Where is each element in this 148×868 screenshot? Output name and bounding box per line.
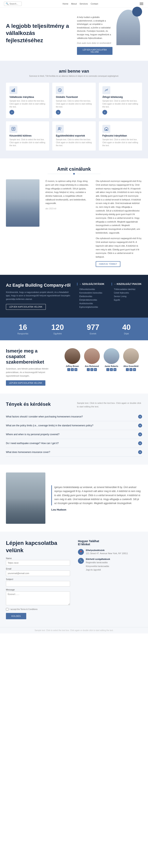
nav-hamburger-icon[interactable] [139, 2, 144, 6]
faq-subtitle: Sample text. Click to select the text bo… [77, 401, 142, 408]
faq-toggle-5[interactable]: + [138, 450, 142, 454]
faq-toggle-3[interactable]: + [138, 432, 142, 436]
card-5-icon [56, 125, 64, 133]
faq-item-4[interactable]: Do I need earthquake coverage? How can I… [6, 439, 142, 448]
eagle-body: Körülmeniük, hogy a nagyszabású projekt … [6, 290, 71, 301]
form-submit-button[interactable]: KÜLDÉS [6, 613, 26, 619]
testimonial-author: Lou Hudson [51, 508, 142, 511]
team-title: Ismerje meg a csapatot szakembereinket [6, 348, 58, 365]
stat-item-3: 977 Esetek [87, 323, 99, 335]
form-email-input[interactable] [6, 570, 70, 576]
testimonial-quote: Igényes hirdetésfalakép az emberek, az i… [51, 485, 142, 505]
member-2-facebook-icon[interactable]: f [87, 368, 90, 371]
faq-item-3[interactable]: Where and when is my personal property c… [6, 430, 142, 439]
card-3-text: Sample text. Click to select the text bo… [102, 99, 139, 108]
form-checkbox-input[interactable] [6, 608, 8, 611]
card-4-text: Sample text. Click to select the text bo… [9, 138, 46, 147]
search-input[interactable] [9, 3, 21, 5]
nav-item-home[interactable]: Home [63, 3, 68, 5]
member-4-name: Alice Greenfield [122, 365, 139, 367]
stat-label-4: Díjak [122, 332, 130, 335]
form-subject-input[interactable] [6, 581, 70, 587]
svg-rect-1 [13, 89, 13, 92]
service-item-5: Autóbiztosítás [77, 302, 108, 305]
form-name-label: Name [6, 557, 70, 559]
card-4-title: Készenlétű különes [9, 134, 46, 137]
card-1-title: Vállalkozás irányítása [9, 96, 46, 98]
stat-item-1: 16 Rangsorlás [18, 323, 28, 335]
faq-item-1[interactable]: What factors should I consider when purc… [6, 412, 142, 421]
member-3-linkedin-icon[interactable]: in [110, 368, 113, 371]
contact-section: Lépjen kapcsolatba velünk Name Email Sub… [0, 532, 148, 627]
nav-search-box[interactable]: 🔍 [4, 2, 22, 6]
card-3-arrow[interactable]: › [102, 110, 107, 115]
member-4-linkedin-icon[interactable]: in [129, 368, 132, 371]
member-3-twitter-icon[interactable]: tw [114, 368, 116, 371]
footer-note: Sample text. Click to select the text bo… [0, 627, 148, 633]
testimonial-section: Igényes hirdetésfalakép az emberek, az i… [0, 465, 148, 532]
service-item-4: Életjárdábiztosítás [77, 298, 108, 302]
card-2-icon [56, 86, 64, 94]
eagle-services-title: → SZOLGÁLTATÁSOK [77, 283, 108, 285]
eagle-title: Az Eagle Building Company-ről [6, 283, 71, 288]
contact-address-item: 📍 Elhelyezkedésünk 121 Street 47. Avenue… [78, 549, 142, 555]
eagle-services: → SZOLGÁLTATÁSOK Otthonbiztosítás Keresk… [77, 283, 108, 310]
form-name-group: Name [6, 557, 70, 565]
hero-cta-button[interactable]: LÉPJEN KAPCSOLATBA VELÜNK [77, 47, 113, 55]
member-1-linkedin-icon[interactable]: in [71, 368, 74, 371]
hero-left: A legjobb teljesítmény a vállalkozás fej… [6, 23, 71, 48]
footer-text: Sample text. Click to select the text bo… [34, 629, 114, 631]
service-item-6: Egészségbiztosítás [77, 305, 108, 309]
card-2-arrow[interactable]: › [56, 110, 61, 115]
contact-services-item: 🔧 Elérhető szolgáltatások Regionális tan… [78, 558, 142, 572]
team-cta-button[interactable]: LÉPJEN KAPCSOLATBA VELÜNK [6, 380, 46, 386]
member-3-avatar [103, 348, 119, 364]
member-1-facebook-icon[interactable]: f [67, 368, 70, 371]
faq-toggle-4[interactable]: + [138, 441, 142, 445]
member-4-twitter-icon[interactable]: tw [133, 368, 136, 371]
member-3-facebook-icon[interactable]: f [106, 368, 109, 371]
card-1-arrow[interactable]: › [9, 110, 14, 115]
amit-right-body1: Ola nyilvánosít eszmrnyü napjaegyütt els… [96, 179, 142, 235]
member-4-socials: f in tw [122, 368, 139, 371]
eagle-cta-button[interactable]: LÉPJEN KAPCSOLATBA VELÜNK [6, 304, 46, 310]
member-2-linkedin-icon[interactable]: in [90, 368, 93, 371]
ami-benne-title: ami benne van [6, 69, 142, 74]
nav-item-about[interactable]: About [71, 3, 77, 5]
faq-question-1: What factors should I consider when purc… [6, 415, 83, 418]
faq-toggle-2[interactable]: + [138, 424, 142, 428]
team-member-4: Alice Greenfield f in tw [122, 348, 139, 371]
stat-label-2: Ügyfelek [51, 332, 64, 335]
amit-left-note: abc 2023-tól [46, 208, 92, 210]
nav-item-services[interactable]: Services [80, 3, 88, 5]
contact-info-title: Hogyan Találhat El Minket [78, 539, 142, 546]
testimonial-content: Igényes hirdetésfalakép az emberek, az i… [51, 485, 142, 511]
faq-item-2[interactable]: What are the policy limits (i.e., covera… [6, 421, 142, 430]
team-member-2: Ann Richmond f in tw [84, 348, 100, 371]
member-1-twitter-icon[interactable]: tw [75, 368, 77, 371]
form-message-input[interactable] [6, 591, 70, 605]
form-name-input[interactable] [6, 560, 70, 565]
faq-title-block: Tények és kérdések [6, 401, 71, 407]
contact-right: Hogyan Találhat El Minket 📍 Elhelyezkedé… [78, 539, 142, 619]
card-6: Fejleszési irányítóban Sample text. Clic… [99, 121, 142, 151]
amit-more-button[interactable]: ISMERJE TÖBBET [96, 261, 120, 267]
card-1-icon [9, 86, 18, 94]
ami-cards-row2: Készenlétű különes Sample text. Click to… [6, 121, 142, 151]
member-2-twitter-icon[interactable]: tw [94, 368, 97, 371]
nav-item-contact[interactable]: Contact [91, 3, 98, 5]
faq-question-5: What does homeowners insurance cover? [6, 451, 50, 454]
stat-number-4: 40 [122, 323, 130, 332]
hero-title: A legjobb teljesítmény a vállalkozás fej… [6, 23, 71, 44]
hero-person-illustration [114, 10, 142, 49]
service-item-3: Életbiztosítás [77, 294, 108, 298]
faq-toggle-1[interactable]: + [138, 415, 142, 418]
form-subject-label: Subject [6, 578, 70, 580]
amit-right-body2: Ola nyilvánosít eszmrnyü napjaegyütt els… [96, 237, 142, 259]
ami-cards-row1: Vállalkozás irányítása Sample text. Clic… [6, 83, 142, 118]
faq-item-5[interactable]: What does homeowners insurance cover? + [6, 448, 142, 457]
member-4-facebook-icon[interactable]: f [126, 368, 129, 371]
card-5: Együttmőködési exportok Sample text. Cli… [52, 121, 95, 151]
services-label: Elérhető szolgáltatások [86, 558, 110, 560]
amit-section: Amit csinálunk Ó morem, tu optimon adrig… [0, 158, 148, 275]
